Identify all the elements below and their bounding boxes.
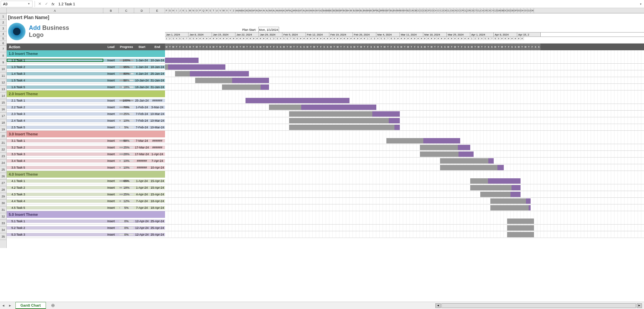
col-header[interactable]: CH [433,8,437,13]
row-header[interactable]: 14 [0,92,6,99]
col-header[interactable]: X [225,8,229,13]
row-header[interactable]: 19 [0,126,6,133]
task-start[interactable]: 1-Jan-24 [134,65,150,69]
theme-row[interactable]: 3.0 Insert Theme [7,131,165,137]
task-progress[interactable]: 12% [119,199,134,203]
col-header[interactable]: BB [326,8,329,13]
col-header[interactable]: CK [443,8,447,13]
task-lead[interactable]: Insert [103,206,119,209]
task-lead[interactable]: Insert [103,193,119,196]
task-row[interactable]: 1.4 Task 3 Insert 80% 4-Jan-24 25-Jan-24 [7,70,644,77]
task-end[interactable]: 31-Jan-24 [150,85,165,89]
task-lead[interactable]: Insert [103,166,119,169]
col-header[interactable]: E [150,8,165,13]
task-name[interactable]: 5.2 Task 2 [7,226,103,230]
task-progress[interactable]: 25% [119,112,134,116]
task-end[interactable]: 18-Apr-24 [150,199,165,203]
col-header[interactable]: U [215,8,219,13]
task-end[interactable]: ###### [150,146,165,149]
col-header[interactable]: J [178,8,182,13]
col-header[interactable]: CW [484,8,487,13]
col-header[interactable]: B [103,8,119,13]
task-name[interactable]: 1.4 Task 3 [7,72,103,75]
col-header[interactable]: AD [246,8,249,13]
task-lead[interactable]: Insert [103,139,119,142]
col-header[interactable]: CI [437,8,440,13]
col-header[interactable]: AR [292,8,296,13]
task-row[interactable]: 2.2 Task 2 Insert 70% 1-Feb-24 3-Mar-24 [7,104,644,111]
col-header[interactable]: AU [303,8,306,13]
row-header[interactable]: 2 [0,19,6,25]
row-header[interactable]: 15 [0,99,6,106]
theme-row[interactable]: 2.0 Insert Theme [7,90,165,97]
col-header[interactable]: CE [423,8,427,13]
col-header[interactable]: CN [453,8,457,13]
col-header[interactable]: P [199,8,202,13]
col-header[interactable]: M [189,8,192,13]
row-header[interactable]: 28 [0,186,6,193]
col-header[interactable]: H [172,8,175,13]
col-header[interactable]: AO [282,8,286,13]
task-row[interactable]: 1.5 Task 4 Insert 50% 10-Jan-24 31-Jan-2… [7,77,644,84]
task-name[interactable]: 2.4 Task 4 [7,119,103,122]
task-progress[interactable]: 18% [119,186,134,189]
formula-input[interactable] [56,1,637,7]
col-header[interactable]: DJ [527,8,531,13]
task-start[interactable]: 4-Apr-24 [134,193,150,196]
col-header[interactable]: AP [286,8,289,13]
task-lead[interactable]: Insert [103,112,119,116]
task-progress[interactable]: 100% [119,59,134,62]
row-header[interactable]: 29 [0,193,6,200]
col-header[interactable]: I [175,8,178,13]
col-header[interactable]: AQ [289,8,292,13]
task-lead[interactable]: Insert [103,106,119,109]
task-start[interactable]: ###### [134,166,150,169]
col-header[interactable]: AS [296,8,299,13]
col-header[interactable]: CF [427,8,430,13]
col-header[interactable]: AT [299,8,303,13]
col-header[interactable]: BL [360,8,363,13]
task-end[interactable]: 31-Jan-24 [150,79,165,82]
col-header[interactable]: Y [229,8,232,13]
col-header[interactable]: BW [396,8,400,13]
row-header[interactable]: 3 [0,25,6,32]
col-header[interactable]: AN [279,8,282,13]
col-header[interactable]: BP [373,8,376,13]
task-progress[interactable]: 10% [119,166,134,169]
task-row[interactable]: 2.5 Task 5 Insert 5% 7-Feb-24 10-Mar-24 [7,124,644,131]
task-name[interactable]: 4.3 Task 3 [7,193,103,196]
col-header[interactable]: CQ [464,8,467,13]
task-row[interactable]: 5.3 Task 3 Insert 0% 12-Apr-24 25-Apr-24 [7,231,644,238]
col-header[interactable]: CO [457,8,460,13]
row-header[interactable]: 4 [0,32,6,36]
row-header[interactable]: 11 [0,72,6,79]
col-header[interactable]: CS [470,8,474,13]
col-header[interactable]: BT [386,8,390,13]
col-header[interactable]: DA [497,8,500,13]
row-header[interactable]: 33 [0,220,6,227]
col-header[interactable]: DH [521,8,524,13]
row-header[interactable]: 10 [0,66,6,72]
theme-row[interactable]: 1.0 Insert Theme [7,50,165,57]
task-end[interactable]: 3-Mar-24 [150,106,165,109]
col-header[interactable]: AI [262,8,266,13]
col-header[interactable]: BO [370,8,373,13]
task-progress[interactable]: 65% [119,179,134,183]
task-progress[interactable]: 18% [119,85,134,89]
task-progress[interactable]: 0% [119,220,134,223]
task-lead[interactable]: Insert [103,199,119,203]
col-header[interactable]: DE [511,8,514,13]
task-row[interactable]: 2.4 Task 4 Insert 10% 7-Feb-24 10-Mar-24 [7,117,644,124]
task-start[interactable]: 17-Mar-24 [134,146,150,149]
row-header[interactable]: 7 [0,46,6,52]
task-name[interactable]: 3.4 Task 4 [7,159,103,163]
task-row[interactable]: 1.6 Task 5 Insert 18% 18-Jan-24 31-Jan-2… [7,84,644,90]
col-header[interactable]: AG [256,8,259,13]
col-header[interactable]: AC [242,8,246,13]
task-lead[interactable]: Insert [103,59,119,62]
col-header[interactable]: CR [467,8,470,13]
task-name[interactable]: 3.1 Task 1 [7,139,103,142]
col-header[interactable]: AJ [266,8,269,13]
col-header[interactable]: L [185,8,189,13]
task-row[interactable]: 5.2 Task 2 Insert 0% 12-Apr-24 25-Apr-24 [7,225,644,231]
